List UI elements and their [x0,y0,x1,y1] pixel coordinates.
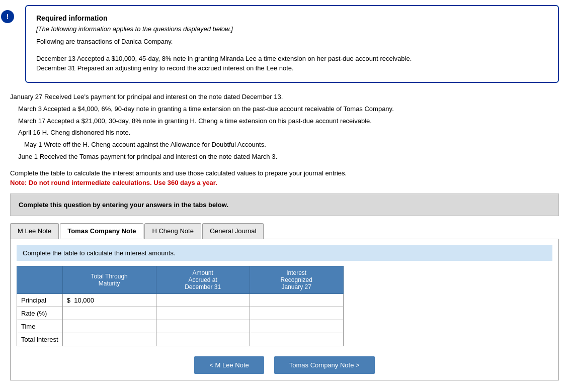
instruction-text: Complete the table to calculate the inte… [10,169,559,177]
rate-recognized-input[interactable] [250,307,343,320]
th-row-label [17,266,63,293]
interest-table: Total Through Maturity Amount Accrued at… [17,266,344,346]
row-total-interest: Total interest [17,333,344,346]
label-total-interest: Total interest [17,333,63,346]
total-interest-accrued-field[interactable] [160,336,246,343]
prev-button[interactable]: < M Lee Note [194,356,264,374]
complete-question-box: Complete this question by entering your … [10,193,559,216]
rate-total-input[interactable] [62,307,156,320]
info-box: Required information [The following info… [25,5,559,83]
row-principal: Principal $ 10,000 [17,293,344,307]
required-info-title: Required information [36,14,548,22]
row-time: Time [17,320,344,333]
total-interest-total-input[interactable] [62,333,156,346]
intro-text: Following are transactions of Danica Com… [36,38,548,45]
total-interest-recognized-input[interactable] [250,333,343,346]
principal-recognized-field[interactable] [254,297,339,304]
rate-recognized-field[interactable] [254,310,339,317]
principal-accrued-field[interactable] [160,297,246,304]
rate-accrued-input[interactable] [156,307,250,320]
time-recognized-field[interactable] [254,323,339,330]
th-interest-recognized: Interest Recognized January 27 [250,266,343,293]
tab-panel: Complete the table to calculate the inte… [10,239,559,380]
body-transactions: January 27 Received Lee's payment for pr… [10,92,559,162]
th-total-through-maturity: Total Through Maturity [62,266,156,293]
tab-tomas-company-note[interactable]: Tomas Company Note [60,223,143,239]
info-icon: ! [1,10,14,23]
time-total-input[interactable] [62,320,156,333]
time-recognized-input[interactable] [250,320,343,333]
body-line-4: May 1 Wrote off the H. Cheng account aga… [10,140,559,150]
rate-accrued-field[interactable] [160,310,246,317]
principal-recognized-input[interactable] [250,293,343,307]
principal-total: $ 10,000 [62,293,156,307]
tab-description: Complete the table to calculate the inte… [17,245,552,261]
label-principal: Principal [17,293,63,307]
th-amount-accrued: Amount Accrued at December 31 [156,266,250,293]
transaction-1: December 13 Accepted a $10,000, 45-day, … [36,55,548,62]
body-line-2: March 17 Accepted a $21,000, 30-day, 8% … [10,116,559,127]
time-accrued-field[interactable] [160,323,246,330]
time-accrued-input[interactable] [156,320,250,333]
body-line-5: June 1 Received the Tomas payment for pr… [10,152,559,162]
total-interest-recognized-field[interactable] [254,336,339,343]
rate-total-field[interactable] [67,310,152,317]
subtitle: [The following information applies to th… [36,25,548,33]
time-total-field[interactable] [67,323,152,330]
body-line-3: April 16 H. Cheng dishonored his note. [10,128,559,138]
tab-h-cheng-note[interactable]: H Cheng Note [144,223,201,239]
label-time: Time [17,320,63,333]
body-line-1: March 3 Accepted a $4,000, 6%, 90-day no… [10,104,559,115]
label-rate: Rate (%) [17,307,63,320]
total-interest-accrued-input[interactable] [156,333,250,346]
bottom-nav: < M Lee Note Tomas Company Note > [17,356,552,374]
tabs-container: M Lee Note Tomas Company Note H Cheng No… [10,223,559,239]
tab-general-journal[interactable]: General Journal [202,223,264,239]
next-button[interactable]: Tomas Company Note > [274,356,375,374]
body-line-0: January 27 Received Lee's payment for pr… [10,92,559,103]
principal-accrued-input[interactable] [156,293,250,307]
total-interest-total-field[interactable] [67,336,152,343]
note-text: Note: Do not round intermediate calculat… [10,179,559,186]
tab-m-lee-note[interactable]: M Lee Note [10,223,59,239]
complete-box-text: Complete this question by entering your … [19,201,228,209]
row-rate: Rate (%) [17,307,344,320]
transaction-2: December 31 Prepared an adjusting entry … [36,64,548,72]
